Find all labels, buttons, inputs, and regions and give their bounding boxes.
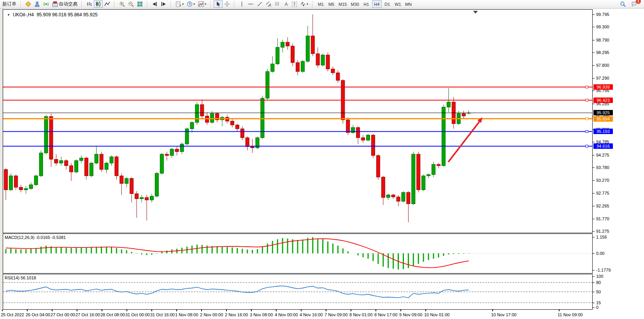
- time-tick-label: 4 Nov 16:00: [300, 312, 323, 317]
- price-tick-label: 94.275: [596, 153, 609, 157]
- line-anchor[interactable]: [586, 99, 588, 101]
- line-anchor[interactable]: [586, 130, 588, 132]
- tile-windows-button[interactable]: [135, 0, 144, 8]
- notification-badge: 1: [636, 0, 641, 4]
- timeframe-H1[interactable]: H1: [361, 0, 371, 8]
- toolbar-separator: [312, 1, 314, 7]
- line-anchor[interactable]: [586, 145, 588, 147]
- person-icon: [34, 1, 40, 7]
- macd-tick-label: -1.1779: [596, 268, 611, 272]
- line-chart-button[interactable]: [103, 0, 112, 8]
- price-tag-96.939: 96.939: [593, 84, 613, 90]
- timeframe-M1[interactable]: M1: [316, 0, 326, 8]
- timeframe-MN[interactable]: MN: [404, 0, 413, 8]
- symbol-period-label: UKOil-,H4: [13, 12, 34, 17]
- search-button[interactable]: [618, 0, 627, 8]
- periods-button[interactable]: ▾: [185, 0, 197, 8]
- candlestick-chart-button[interactable]: [94, 0, 103, 8]
- tile-windows-icon: [137, 1, 143, 7]
- rsi-chart[interactable]: [3, 274, 592, 309]
- time-tick-mark: [351, 310, 351, 311]
- macd-tick-label: 1.156: [596, 235, 607, 239]
- timeframe-M5[interactable]: M5: [326, 0, 336, 8]
- toolbar-separator: [81, 1, 83, 7]
- zoom-out-button[interactable]: [126, 0, 135, 8]
- timeframe-H4[interactable]: H4: [372, 0, 382, 8]
- mt4-window: 新订单 自动交易 ▾ ▾ ▾ E A T ▾: [0, 0, 644, 319]
- rsi-tick-mark: [593, 303, 595, 303]
- fibonacci-icon: [275, 1, 281, 7]
- price-tick-label: 97.800: [596, 63, 609, 68]
- price-tick-mark: [593, 14, 595, 15]
- line-anchor[interactable]: [586, 118, 588, 120]
- price-tick-mark: [593, 180, 595, 181]
- bar-chart-icon: [86, 1, 92, 7]
- zoom-in-button[interactable]: [118, 0, 126, 8]
- autotrade-button[interactable]: 自动交易: [51, 0, 79, 8]
- price-axis[interactable]: 99.79599.30098.79098.29597.80097.29096.7…: [593, 9, 644, 319]
- line-chart-icon: [104, 1, 110, 7]
- macd-label: MACD(12,26,9) -0.0165 -0.5381: [5, 235, 66, 240]
- new-order-button[interactable]: 新订单: [1, 0, 18, 8]
- main-chart-pane[interactable]: ▼ UKOil-,H4 95.909 96.016 95.864 95.925: [3, 9, 593, 233]
- market-watch-button[interactable]: [24, 0, 33, 8]
- line-anchor[interactable]: [586, 86, 588, 88]
- timeframe-D1[interactable]: D1: [383, 0, 392, 8]
- market-watch-icon: [25, 1, 31, 7]
- toolbar-separator: [147, 1, 149, 7]
- arrows-tool-button[interactable]: ▾: [298, 0, 310, 8]
- timeframe-M15[interactable]: M15: [337, 0, 348, 8]
- macd-pane[interactable]: MACD(12,26,9) -0.0165 -0.5381: [3, 234, 593, 274]
- rsi-tick-label: 0: [596, 305, 598, 310]
- timeframe-W1[interactable]: W1: [393, 0, 403, 8]
- rsi-pane[interactable]: RSI(14) 56.1018: [3, 274, 593, 310]
- price-tick-mark: [593, 193, 595, 193]
- rsi-tick-label: 100: [596, 274, 603, 279]
- zoom-in-icon: [119, 1, 125, 7]
- cursor-button[interactable]: [214, 0, 223, 8]
- time-tick-mark: [2, 310, 3, 311]
- timeframe-M30[interactable]: M30: [349, 0, 360, 8]
- candlestick-chart[interactable]: [3, 10, 592, 233]
- macd-histogram: [6, 237, 469, 269]
- indicators-button[interactable]: ▾: [174, 0, 185, 8]
- crosshair-button[interactable]: [223, 0, 232, 8]
- trend-arrow-annotation[interactable]: [448, 117, 483, 162]
- chart-shift-button[interactable]: [159, 0, 168, 8]
- label-tool-button[interactable]: T: [290, 0, 298, 8]
- price-tick-label: 99.795: [596, 12, 609, 17]
- channel-tool-button[interactable]: E: [264, 0, 273, 8]
- price-tag-95.925: 95.925: [593, 110, 613, 115]
- vertical-line-icon: [239, 1, 245, 7]
- templates-button[interactable]: ▾: [197, 0, 208, 8]
- crosshair-icon: [224, 1, 230, 7]
- time-axis[interactable]: 25 Oct 202226 Oct 04:0027 Oct 00:0027 Oc…: [0, 310, 644, 319]
- fibonacci-tool-button[interactable]: [273, 0, 282, 8]
- auto-scroll-button[interactable]: [150, 0, 159, 8]
- price-tick-label: 98.295: [596, 50, 609, 55]
- cursor-icon: [215, 1, 221, 7]
- bar-chart-button[interactable]: [85, 0, 94, 8]
- symbol-dropdown-icon[interactable]: ▼: [7, 13, 10, 17]
- horizontal-line-tool-button[interactable]: [246, 0, 255, 8]
- timeframe-group: M1M5M15M30H1H4D1W1MN: [316, 0, 414, 8]
- price-tick-label: 97.290: [596, 76, 609, 80]
- clock-icon: [187, 1, 193, 7]
- vertical-line-tool-button[interactable]: [237, 0, 246, 8]
- time-tick-mark: [301, 310, 302, 311]
- text-tool-button[interactable]: A: [282, 0, 290, 8]
- time-tick-mark: [126, 310, 127, 311]
- time-tick-mark: [492, 310, 493, 311]
- data-window-button[interactable]: [33, 0, 42, 8]
- rsi-tick-mark: [593, 292, 595, 292]
- toolbar-separator: [170, 1, 172, 7]
- chart-shift-marker[interactable]: [473, 11, 478, 14]
- price-tick-label: 99.300: [596, 24, 609, 29]
- macd-chart[interactable]: [3, 234, 592, 273]
- time-tick-mark: [102, 310, 102, 311]
- navigator-button[interactable]: [42, 0, 51, 8]
- notifications-button[interactable]: 1: [630, 0, 639, 8]
- time-tick-label: 4 Nov 00:00: [275, 312, 298, 317]
- trendline-tool-button[interactable]: [255, 0, 264, 8]
- channel-icon: E: [266, 1, 272, 7]
